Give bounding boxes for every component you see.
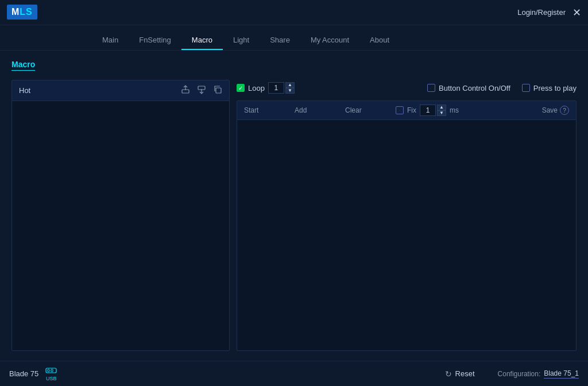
login-register-link[interactable]: Login/Register bbox=[517, 8, 566, 17]
col-save-label: Save bbox=[542, 106, 558, 114]
col-fix-group: Fix 1 ▲ ▼ ms bbox=[396, 105, 537, 116]
content-area: Macro Hot bbox=[0, 51, 588, 361]
button-control: Button Control On/Off bbox=[427, 84, 510, 92]
svg-rect-7 bbox=[51, 369, 53, 372]
loop-label: Loop bbox=[248, 84, 265, 92]
fix-decrement[interactable]: ▼ bbox=[437, 110, 446, 116]
usb-label: USB bbox=[46, 376, 57, 381]
svg-rect-6 bbox=[48, 369, 49, 372]
right-top-bar: Loop 1 ▲ ▼ Button Control On/Off bbox=[237, 80, 577, 96]
loop-checkbox[interactable] bbox=[237, 84, 245, 92]
import-icon[interactable] bbox=[197, 85, 206, 96]
nav-item-myaccount[interactable]: My Account bbox=[300, 31, 359, 50]
col-save-group: Save ? bbox=[542, 106, 569, 115]
button-control-checkbox[interactable] bbox=[427, 84, 435, 92]
fix-checkbox[interactable] bbox=[396, 106, 404, 114]
nav-item-macro[interactable]: Macro bbox=[181, 31, 223, 50]
nav-item-share[interactable]: Share bbox=[260, 31, 300, 50]
fix-spin-buttons: ▲ ▼ bbox=[437, 105, 446, 116]
config-section: Configuration: Blade 75_1 bbox=[498, 369, 579, 379]
loop-value[interactable]: 1 bbox=[268, 82, 284, 94]
col-start: Start bbox=[244, 106, 290, 114]
col-fix-label: Fix bbox=[407, 106, 416, 114]
left-panel: Hot bbox=[11, 80, 230, 351]
nav-item-fnsetting[interactable]: FnSetting bbox=[129, 31, 181, 50]
reset-button[interactable]: ↻ Reset bbox=[445, 369, 475, 379]
table-header: Start Add Clear Fix 1 ▲ ▼ ms bbox=[237, 101, 576, 120]
fix-value[interactable]: 1 bbox=[420, 105, 436, 116]
nav-item-about[interactable]: About bbox=[359, 31, 400, 50]
nav-bar: Main FnSetting Macro Light Share My Acco… bbox=[0, 25, 588, 51]
col-clear: Clear bbox=[345, 106, 391, 114]
page-title: Macro bbox=[11, 60, 35, 71]
left-panel-header: Hot bbox=[12, 80, 229, 101]
nav-item-light[interactable]: Light bbox=[223, 31, 260, 50]
title-bar-right: Login/Register ✕ bbox=[517, 7, 581, 18]
table-panel: Start Add Clear Fix 1 ▲ ▼ ms bbox=[237, 101, 577, 351]
left-panel-icons bbox=[181, 85, 222, 96]
loop-value-group: 1 ▲ ▼ bbox=[268, 82, 295, 94]
copy-icon[interactable] bbox=[213, 85, 222, 96]
fix-increment[interactable]: ▲ bbox=[437, 105, 446, 110]
press-to-play-control: Press to play bbox=[522, 84, 577, 92]
reset-label: Reset bbox=[455, 369, 475, 378]
nav-item-main[interactable]: Main bbox=[92, 31, 129, 50]
left-panel-body bbox=[12, 101, 229, 350]
close-button[interactable]: ✕ bbox=[572, 7, 581, 18]
right-panel: Loop 1 ▲ ▼ Button Control On/Off bbox=[237, 80, 577, 351]
loop-decrement[interactable]: ▼ bbox=[285, 88, 295, 94]
config-value: Blade 75_1 bbox=[544, 369, 579, 379]
button-control-label: Button Control On/Off bbox=[439, 84, 510, 92]
table-body bbox=[237, 120, 576, 350]
device-name: Blade 75 bbox=[9, 369, 38, 378]
reset-icon: ↻ bbox=[445, 369, 452, 379]
macro-layout: Hot bbox=[11, 80, 577, 351]
config-label: Configuration: bbox=[498, 370, 541, 378]
logo: MLS bbox=[7, 5, 37, 20]
status-bar: Blade 75 USB ↻ Reset Configuration: Blad… bbox=[0, 361, 588, 386]
col-add: Add bbox=[295, 106, 341, 114]
loop-increment[interactable]: ▲ bbox=[285, 82, 295, 88]
press-to-play-checkbox[interactable] bbox=[522, 84, 530, 92]
usb-icon: USB bbox=[45, 366, 57, 381]
loop-control: Loop 1 ▲ ▼ bbox=[237, 82, 295, 94]
svg-rect-4 bbox=[216, 88, 221, 93]
press-to-play-label: Press to play bbox=[533, 84, 577, 92]
fix-value-group: 1 ▲ ▼ bbox=[420, 105, 446, 116]
left-panel-title: Hot bbox=[19, 86, 174, 95]
loop-spin-buttons: ▲ ▼ bbox=[285, 82, 295, 94]
fix-unit: ms bbox=[450, 106, 459, 114]
help-icon[interactable]: ? bbox=[560, 106, 569, 115]
title-bar: MLS Login/Register ✕ bbox=[0, 0, 588, 25]
export-icon[interactable] bbox=[181, 85, 190, 96]
